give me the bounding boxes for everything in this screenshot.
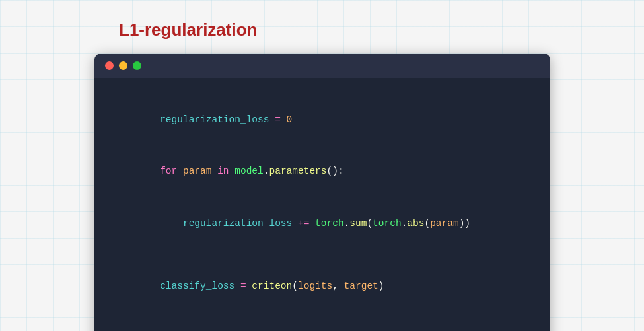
page-title: L1-regularization xyxy=(119,20,257,40)
dot-green-icon[interactable] xyxy=(133,61,141,70)
titlebar xyxy=(94,54,550,78)
blank-line-1 xyxy=(114,249,530,260)
var-regularization-loss: regularization_loss xyxy=(160,114,269,125)
code-line-4: classify_loss = criteon(logits, target) xyxy=(114,260,530,312)
code-body: regularization_loss = 0 for param in mod… xyxy=(94,78,550,331)
code-line-1: regularization_loss = 0 xyxy=(114,94,530,145)
code-line-2: for param in model.parameters(): xyxy=(114,145,530,197)
code-line-5: loss = classify_loss + 0.01 * regulariza… xyxy=(114,313,530,331)
dot-red-icon[interactable] xyxy=(105,61,114,70)
dot-yellow-icon[interactable] xyxy=(119,61,127,70)
code-line-3: regularization_loss += torch.sum(torch.a… xyxy=(114,198,530,249)
code-window: regularization_loss = 0 for param in mod… xyxy=(94,54,550,331)
